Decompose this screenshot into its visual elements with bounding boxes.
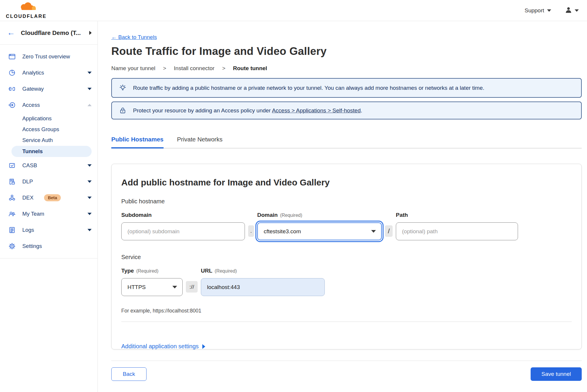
account-menu[interactable]	[565, 6, 579, 15]
network-nodes-icon	[8, 194, 16, 202]
breadcrumb-step-name-your-tunnel[interactable]: Name your tunnel	[111, 65, 155, 72]
sidebar-item-label: Gateway	[22, 86, 44, 92]
sidebar-item-tunnels[interactable]: Tunnels	[11, 146, 92, 157]
chevron-up-icon	[88, 104, 92, 106]
chevron-down-icon	[88, 229, 92, 231]
chevron-down-icon	[371, 230, 376, 233]
tab-private-networks[interactable]: Private Networks	[177, 136, 223, 148]
sidebar-item-gateway[interactable]: Gateway	[0, 81, 97, 97]
service-fields-row: Type(Required) HTTPS :// URL(Required)	[121, 268, 572, 296]
chevron-down-icon	[88, 213, 92, 215]
user-avatar-icon	[565, 6, 572, 15]
domain-select[interactable]: cftestsite3.com	[257, 222, 382, 240]
service-type-selected-value: HTTPS	[127, 284, 146, 290]
access-policy-banner: Protect your resource by adding an Acces…	[111, 102, 582, 119]
sidebar-item-applications[interactable]: Applications	[0, 113, 97, 124]
breadcrumb-step-install-connector[interactable]: Install connector	[174, 65, 214, 72]
sidebar-item-label: Settings	[22, 243, 42, 249]
breadcrumb: Name your tunnel > Install connector > R…	[111, 65, 582, 72]
domain-selected-value: cftestsite3.com	[264, 228, 301, 235]
additional-application-settings-link[interactable]: Additional application settings	[121, 343, 205, 350]
topbar: CLOUDFLARE Support	[0, 0, 587, 21]
document-lock-icon	[8, 178, 16, 185]
public-hostname-fields-row: Subdomain . Domain(Required) cftestsite3…	[121, 212, 572, 240]
sidebar-item-label: Logs	[22, 227, 34, 233]
hostname-tabs: Public Hostnames Private Networks	[111, 136, 582, 148]
sidebar-item-label: Analytics	[22, 70, 44, 76]
sidebar-item-analytics[interactable]: Analytics	[0, 65, 97, 81]
sidebar-item-settings[interactable]: Settings	[0, 238, 97, 254]
back-button[interactable]: Back	[111, 367, 147, 381]
chevron-right-icon	[202, 344, 205, 349]
gateway-icon	[8, 85, 16, 93]
people-icon	[8, 210, 16, 218]
lock-icon	[119, 107, 127, 114]
sidebar-header: ← Cloudflare Demo (T...	[0, 21, 97, 45]
card-divider	[121, 322, 572, 322]
cloudflare-wordmark: CLOUDFLARE	[6, 13, 47, 19]
app-root: CLOUDFLARE Support ← Cloudflare Demo (	[0, 0, 587, 392]
topbar-right: Support	[524, 6, 579, 15]
sidebar-item-dlp[interactable]: DLP	[0, 173, 97, 190]
path-label: Path	[396, 212, 518, 218]
expand-right-icon[interactable]	[89, 31, 92, 35]
back-to-tunnels-link[interactable]: ← Back to Tunnels	[111, 34, 157, 40]
sidebar-item-zero-trust-overview[interactable]: Zero Trust overview	[0, 48, 97, 65]
subdomain-input[interactable]	[121, 222, 245, 240]
sidebar-item-label: DEX	[22, 195, 33, 201]
breadcrumb-step-route-tunnel: Route tunnel	[233, 65, 267, 72]
required-hint: (Required)	[215, 268, 237, 273]
chevron-down-icon	[88, 197, 92, 199]
additional-settings-label: Additional application settings	[121, 343, 199, 350]
sidebar-nav: Zero Trust overview Analytics	[0, 45, 97, 258]
access-icon	[8, 101, 16, 109]
sidebar: ← Cloudflare Demo (T... Zero Trust overv…	[0, 21, 98, 392]
access-applications-self-hosted-link[interactable]: Access > Applications > Self-hosted	[272, 107, 361, 114]
breadcrumb-separator: >	[222, 65, 225, 72]
service-url-input[interactable]	[201, 278, 325, 296]
sidebar-subitem-label: Applications	[22, 115, 52, 122]
sidebar-item-access[interactable]: Access	[0, 97, 97, 113]
sidebar-item-label: CASB	[22, 162, 37, 169]
service-type-label: Type(Required)	[121, 268, 183, 274]
sidebar-subitem-label: Service Auth	[22, 137, 53, 143]
service-section-label: Service	[121, 254, 572, 261]
sidebar-item-my-team[interactable]: My Team	[0, 206, 97, 222]
sidebar-item-casb[interactable]: CASB	[0, 157, 97, 173]
service-type-select[interactable]: HTTPS	[121, 278, 183, 296]
slash-separator: /	[385, 225, 393, 237]
main-content: ← Back to Tunnels Route Traffic for Imag…	[98, 21, 587, 392]
chevron-down-icon	[88, 164, 92, 167]
sidebar-item-logs[interactable]: Logs	[0, 222, 97, 238]
sidebar-item-access-groups[interactable]: Access Groups	[0, 124, 97, 135]
gear-icon	[8, 242, 16, 250]
sidebar-divider	[0, 258, 97, 258]
support-label: Support	[524, 7, 544, 14]
add-hostname-card: Add public hostname for Image and Video …	[111, 164, 582, 349]
scheme-separator: ://	[186, 281, 198, 293]
beta-badge: Beta	[44, 194, 61, 201]
cloudflare-logo[interactable]: CLOUDFLARE	[6, 2, 47, 19]
path-input[interactable]	[396, 222, 518, 240]
sidebar-item-label: My Team	[22, 211, 44, 217]
required-hint: (Required)	[136, 268, 159, 273]
footer-buttons: Back Save tunnel	[111, 367, 582, 381]
chevron-down-icon	[547, 9, 551, 12]
tab-public-hostnames[interactable]: Public Hostnames	[111, 136, 164, 148]
lightbulb-icon	[119, 84, 127, 92]
domain-label: Domain(Required)	[257, 212, 382, 218]
save-tunnel-button[interactable]: Save tunnel	[531, 367, 582, 381]
support-menu[interactable]: Support	[524, 7, 551, 14]
banner-text-suffix: .	[361, 107, 362, 114]
casb-icon	[8, 162, 16, 169]
sidebar-item-dex[interactable]: DEX Beta	[0, 190, 97, 206]
access-policy-banner-text: Protect your resource by adding an Acces…	[133, 107, 362, 114]
banner-text-prefix: Protect your resource by adding an Acces…	[133, 107, 271, 114]
sidebar-item-service-auth[interactable]: Service Auth	[0, 135, 97, 146]
back-arrow-icon[interactable]: ←	[7, 29, 15, 37]
service-url-label: URL(Required)	[201, 268, 325, 274]
chevron-down-icon	[88, 72, 92, 74]
sidebar-subitem-label: Tunnels	[22, 148, 43, 155]
tip-banner: Route traffic by adding a public hostnam…	[111, 78, 582, 98]
sidebar-item-label: Zero Trust overview	[22, 53, 70, 60]
